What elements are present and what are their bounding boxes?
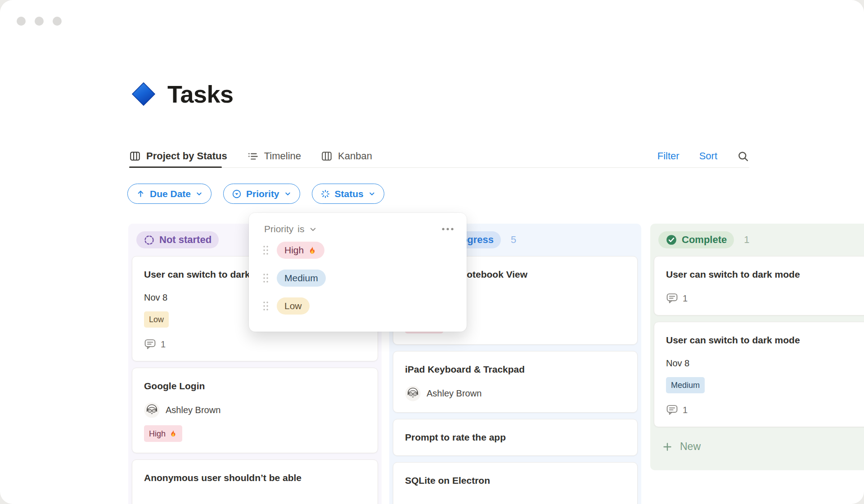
comment-bubble-icon <box>666 404 678 416</box>
dashed-circle-icon <box>144 234 155 246</box>
priority-circle-icon <box>232 189 242 199</box>
priority-label: Medium <box>671 381 700 389</box>
card-title: User can switch to dark mode <box>666 267 864 282</box>
card-assignee: Ashley Brown <box>144 402 366 418</box>
window-minimize-button[interactable] <box>35 17 44 26</box>
dropdown-field-label[interactable]: Priority <box>264 224 293 234</box>
status-spinner-icon <box>320 189 330 199</box>
dropdown-header: Priority is <box>249 213 467 236</box>
column-count: 5 <box>511 234 516 246</box>
priority-option-label: Low <box>284 301 302 311</box>
ellipsis-icon[interactable] <box>441 227 454 231</box>
active-tab-underline <box>129 166 222 168</box>
status-label: Not started <box>159 234 212 246</box>
tab-timeline[interactable]: Timeline <box>247 150 301 162</box>
dropdown-option[interactable]: Medium <box>249 264 467 292</box>
priority-filter-chip[interactable]: Priority <box>223 184 300 204</box>
drag-handle-icon[interactable] <box>262 244 269 256</box>
status-pill-not-started[interactable]: Not started <box>136 231 219 248</box>
board-icon <box>129 150 141 162</box>
priority-option-pill: High <box>277 242 324 259</box>
dropdown-option-list: High Medium <box>249 236 467 320</box>
comment-indicator: 1 <box>666 404 864 416</box>
priority-option-label: High <box>284 245 304 255</box>
task-card[interactable]: iPad Keyboard & Trackpad Ashley Brown <box>393 351 638 413</box>
blue-diamond-icon <box>130 81 157 107</box>
task-card[interactable]: Prompt to rate the app <box>393 419 638 456</box>
window-close-button[interactable] <box>17 17 26 26</box>
chevron-down-icon <box>368 190 376 198</box>
priority-option-pill: Medium <box>277 270 326 287</box>
drag-handle-icon[interactable] <box>262 272 269 284</box>
filter-button[interactable]: Filter <box>657 150 680 162</box>
plus-icon <box>662 441 673 452</box>
card-title: SQLite on Electron <box>405 473 626 488</box>
tab-project-by-status[interactable]: Project by Status <box>129 150 227 162</box>
chevron-down-icon <box>195 190 203 198</box>
priority-option-label: Medium <box>284 273 318 283</box>
window-zoom-button[interactable] <box>53 17 62 26</box>
card-title: Anonymous user shouldn’t be able <box>144 471 366 485</box>
card-assignee: Ashley Brown <box>405 386 626 401</box>
window-controls <box>17 17 62 26</box>
card-title: User can switch to dark mode <box>666 333 864 347</box>
chip-label: Due Date <box>150 189 191 199</box>
task-card[interactable]: Google Login Ashley Brown High <box>132 368 378 453</box>
flame-icon <box>169 429 177 438</box>
card-due-date: Nov 8 <box>666 356 864 370</box>
app-window: Tasks Project by Status Timeline <box>0 0 864 504</box>
task-card[interactable]: User can switch to dark mode 1 <box>654 256 864 315</box>
comment-count: 1 <box>683 405 688 415</box>
priority-label: Low <box>149 315 164 324</box>
card-title: Google Login <box>144 379 366 393</box>
sort-button[interactable]: Sort <box>699 150 717 162</box>
new-task-button[interactable]: New <box>650 433 864 460</box>
chevron-down-icon <box>284 190 292 198</box>
priority-option-pill: Low <box>277 297 310 315</box>
status-filter-chip[interactable]: Status <box>312 184 384 204</box>
priority-filter-dropdown: Priority is High <box>249 213 467 332</box>
comment-indicator: 1 <box>666 292 864 304</box>
tab-kanban[interactable]: Kanban <box>321 150 372 162</box>
filter-chip-row: Due Date Priority <box>127 184 384 204</box>
task-card[interactable]: User can switch to dark mode Nov 8 Mediu… <box>654 322 864 427</box>
priority-badge-row: Medium <box>666 377 864 393</box>
page-title: Tasks <box>167 80 234 108</box>
status-pill-complete[interactable]: Complete <box>658 231 734 248</box>
check-circle-icon <box>666 234 677 246</box>
tab-label: Project by Status <box>146 150 227 162</box>
column-count: 1 <box>744 234 749 246</box>
tab-label: Kanban <box>338 150 372 162</box>
assignee-name: Ashley Brown <box>427 388 482 399</box>
board-icon <box>321 150 333 162</box>
new-task-label: New <box>680 441 701 453</box>
dropdown-option[interactable]: High <box>249 236 467 264</box>
tab-label: Timeline <box>264 150 301 162</box>
chevron-down-icon[interactable] <box>309 225 317 234</box>
drag-handle-icon[interactable] <box>262 300 269 312</box>
search-icon[interactable] <box>737 150 749 162</box>
card-title: Prompt to rate the app <box>405 430 626 445</box>
flame-icon <box>307 246 317 255</box>
page-header: Tasks <box>130 80 234 108</box>
view-tabbar: Project by Status Timeline Kanban Filter… <box>129 145 749 168</box>
priority-badge-row: High <box>144 425 366 442</box>
comment-count: 1 <box>683 293 688 304</box>
card-title: iPad Keyboard & Trackpad <box>405 362 626 377</box>
avatar <box>405 386 421 401</box>
dropdown-operator[interactable]: is <box>297 224 304 234</box>
priority-label: High <box>149 430 166 438</box>
comment-bubble-icon <box>666 292 678 304</box>
comment-count: 1 <box>161 339 166 350</box>
comment-indicator: 1 <box>144 338 366 350</box>
status-label: Complete <box>682 234 727 246</box>
priority-badge: High <box>144 425 182 442</box>
task-card[interactable]: Anonymous user shouldn’t be able <box>132 459 378 504</box>
dropdown-option[interactable]: Low <box>249 292 467 320</box>
priority-badge: Low <box>144 311 169 328</box>
task-card[interactable]: SQLite on Electron <box>393 462 638 504</box>
column-header: Complete 1 <box>650 224 864 256</box>
avatar <box>144 402 160 418</box>
timeline-icon <box>247 150 259 162</box>
due-date-filter-chip[interactable]: Due Date <box>127 184 212 204</box>
